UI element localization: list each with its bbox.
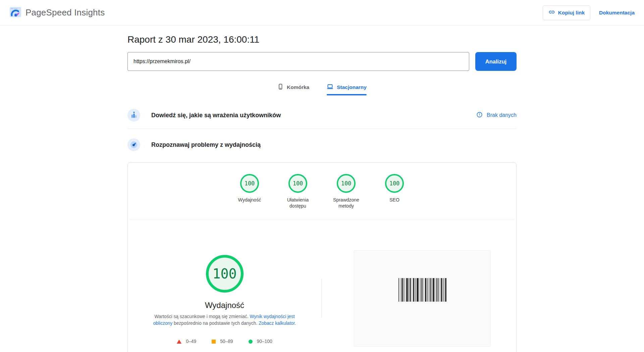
copy-link-label: Kopiuj link	[558, 10, 585, 16]
lab-data-gauge-icon	[127, 138, 140, 151]
mobile-phone-icon	[277, 84, 283, 91]
score-gauge-best-practices[interactable]: 100 Sprawdzone metody	[328, 174, 364, 209]
legend-range: 50–89	[220, 339, 233, 344]
section-lab-data: Rozpoznawaj problemy z wydajnością	[127, 138, 517, 158]
report-title: Raport z 30 mar 2023, 16:00:11	[127, 34, 517, 46]
score-label: Ułatwienia dostępu	[280, 197, 316, 209]
legend-item-average: 50–89	[212, 339, 233, 344]
field-data-chart-icon	[127, 109, 140, 122]
lighthouse-report-card: 100 Wydajność 100 Ułatwienia dostępu 100…	[127, 162, 517, 352]
legend-square-icon	[212, 340, 216, 344]
documentation-link[interactable]: Dokumentacja	[599, 10, 635, 16]
score-circle: 100	[337, 174, 356, 193]
field-data-status-link[interactable]: Brak danych	[476, 112, 517, 119]
disclaimer-middle: bezpośrednio na podstawie tych danych.	[172, 321, 259, 326]
score-circle: 100	[288, 174, 307, 193]
vertical-divider	[321, 279, 322, 318]
performance-score-circle[interactable]: 100	[206, 255, 244, 293]
field-data-status-label: Brak danych	[487, 112, 517, 118]
category-scores-row: 100 Wydajność 100 Ułatwienia dostępu 100…	[128, 163, 516, 209]
legend-item-fail: 0–49	[177, 339, 196, 344]
disclaimer-prefix: Wartości są szacunkowe i mogą się zmieni…	[154, 314, 250, 319]
score-circle: 100	[240, 174, 259, 193]
website-screenshot-barcode-image	[398, 278, 446, 302]
url-form: Analizuj	[127, 52, 517, 71]
legend-range: 90–100	[257, 339, 272, 344]
legend-triangle-icon	[177, 340, 181, 344]
performance-detail-area: 100 Wydajność Wartości są szacunkowe i m…	[128, 220, 516, 347]
legend-range: 0–49	[186, 339, 196, 344]
performance-gauge-label: Wydajność	[205, 301, 244, 310]
score-gauge-seo[interactable]: 100 SEO	[376, 174, 413, 209]
legend-circle-icon	[249, 340, 253, 344]
score-legend: 0–49 50–89 90–100	[177, 339, 272, 344]
field-data-title: Dowiedź się, jakie są wrażenia użytkowni…	[151, 112, 281, 119]
main-content: Raport z 30 mar 2023, 16:00:11 Analizuj …	[127, 34, 517, 352]
lab-data-title: Rozpoznawaj problemy z wydajnością	[151, 141, 261, 148]
performance-gauge-column: 100 Wydajność Wartości są szacunkowe i m…	[128, 220, 321, 347]
see-calculator-link[interactable]: Zobacz kalkulator.	[259, 321, 296, 326]
score-gauge-performance[interactable]: 100 Wydajność	[231, 174, 268, 209]
score-label: Sprawdzone metody	[328, 197, 364, 209]
score-disclaimer-text: Wartości są szacunkowe i mogą się zmieni…	[145, 313, 304, 327]
info-icon	[476, 112, 483, 119]
copy-link-button[interactable]: Kopiuj link	[543, 5, 590, 20]
pagespeed-logo-icon	[9, 6, 21, 19]
analyze-button[interactable]: Analizuj	[475, 52, 517, 71]
desktop-laptop-icon	[327, 84, 333, 91]
score-circle: 100	[385, 174, 404, 193]
score-label: SEO	[389, 197, 399, 203]
tab-mobile-label: Komórka	[287, 84, 309, 90]
score-gauge-accessibility[interactable]: 100 Ułatwienia dostępu	[280, 174, 316, 209]
section-field-data: Dowiedź się, jakie są wrażenia użytkowni…	[127, 109, 517, 129]
top-bar: PageSpeed Insights Kopiuj link Dokumenta…	[0, 0, 644, 26]
tab-desktop[interactable]: Stacjonarny	[327, 84, 367, 95]
score-label: Wydajność	[238, 197, 261, 203]
page-screenshot-thumbnail	[354, 250, 491, 347]
top-bar-actions: Kopiuj link Dokumentacja	[543, 5, 635, 20]
app-logo-home-link[interactable]: PageSpeed Insights	[9, 6, 105, 19]
app-title: PageSpeed Insights	[25, 7, 105, 18]
legend-item-pass: 90–100	[249, 339, 272, 344]
tab-desktop-label: Stacjonarny	[337, 84, 367, 90]
url-input[interactable]	[127, 52, 469, 71]
link-icon	[548, 9, 555, 17]
tab-mobile[interactable]: Komórka	[277, 84, 309, 95]
device-tabs: Komórka Stacjonarny	[127, 84, 517, 95]
